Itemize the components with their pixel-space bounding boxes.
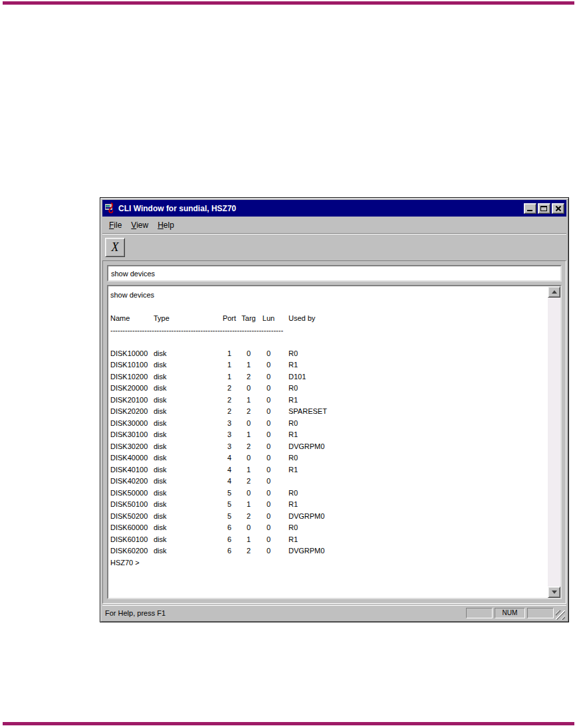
port-cell: 4	[220, 464, 239, 476]
menu-file[interactable]: File	[104, 219, 126, 232]
port-cell: 4	[220, 452, 239, 464]
port-cell: 6	[220, 534, 239, 546]
lun-cell: 0	[259, 545, 279, 557]
used-by-cell: R0	[288, 488, 545, 500]
device-name-cell: DISK20200	[110, 406, 154, 418]
lun-cell: 0	[259, 418, 279, 430]
command-input[interactable]	[107, 265, 562, 282]
lun-cell: 0	[259, 499, 279, 511]
port-cell: 2	[220, 383, 239, 395]
blank-line	[110, 336, 545, 348]
col-used-by: Used by	[288, 313, 545, 325]
used-by-cell: R1	[288, 359, 545, 371]
clear-screen-button[interactable]: X	[105, 238, 125, 257]
lun-cell: 0	[259, 429, 279, 441]
port-cell: 1	[220, 371, 239, 383]
device-name-cell: DISK10100	[110, 359, 154, 371]
col-type: Type	[154, 313, 220, 325]
scroll-down-button[interactable]	[548, 587, 560, 598]
minimize-icon	[527, 210, 532, 211]
terminal-row: DISK10200 disk 1 2 0 D101	[110, 371, 545, 383]
menu-view[interactable]: View	[126, 219, 153, 232]
device-type-cell: disk	[154, 418, 220, 430]
targ-cell: 2	[239, 441, 259, 453]
minimize-button[interactable]	[524, 203, 536, 214]
port-cell: 5	[220, 511, 239, 523]
arrow-up-icon	[552, 290, 557, 294]
terminal-row: DISK40200 disk 4 2 0	[110, 476, 545, 488]
lun-cell: 0	[259, 476, 279, 488]
targ-cell: 0	[239, 348, 259, 360]
cli-window: CLI Window for sundial, HSZ70 File View …	[100, 197, 569, 622]
targ-cell: 0	[239, 452, 259, 464]
terminal-row: DISK50200 disk 5 2 0 DVGRPM0	[110, 511, 545, 523]
device-type-cell: disk	[154, 395, 220, 407]
used-by-cell: R0	[288, 522, 545, 534]
targ-cell: 1	[239, 534, 259, 546]
port-cell: 3	[220, 429, 239, 441]
client-area: show devices Name Type Port Targ Lun Use…	[102, 260, 566, 604]
device-type-cell: disk	[154, 464, 220, 476]
targ-cell: 1	[239, 499, 259, 511]
toolbar: X	[102, 233, 566, 260]
command-echo: show devices	[110, 290, 545, 302]
lun-cell: 0	[259, 371, 279, 383]
terminal-row: DISK10000 disk 1 0 0 R0	[110, 348, 545, 360]
device-name-cell: DISK20000	[110, 383, 154, 395]
device-type-cell: disk	[154, 429, 220, 441]
menu-help[interactable]: Help	[153, 219, 179, 232]
terminal-output: show devices Name Type Port Targ Lun Use…	[107, 285, 562, 599]
targ-cell: 0	[239, 418, 259, 430]
resize-grip[interactable]	[556, 610, 565, 620]
device-name-cell: DISK50000	[110, 488, 154, 500]
vertical-scrollbar[interactable]	[548, 286, 560, 598]
cli-prompt: HSZ70 >	[110, 557, 545, 569]
port-cell: 4	[220, 476, 239, 488]
targ-cell: 0	[239, 522, 259, 534]
device-name-cell: DISK60100	[110, 534, 154, 546]
device-name-cell: DISK60000	[110, 522, 154, 534]
lun-cell: 0	[259, 534, 279, 546]
scroll-up-button[interactable]	[548, 286, 560, 298]
used-by-cell: SPARESET	[288, 406, 545, 418]
close-button[interactable]	[552, 203, 564, 214]
page-top-rule	[3, 1, 574, 5]
status-panel-caps	[466, 608, 493, 618]
lun-cell: 0	[259, 383, 279, 395]
used-by-cell: R0	[288, 348, 545, 360]
lun-cell: 0	[259, 359, 279, 371]
device-name-cell: DISK30000	[110, 418, 154, 430]
menu-bar: File View Help	[102, 217, 566, 233]
used-by-cell: R1	[288, 464, 545, 476]
device-type-cell: disk	[154, 488, 220, 500]
maximize-button[interactable]	[538, 203, 550, 214]
device-name-cell: DISK30200	[110, 441, 154, 453]
col-lun: Lun	[259, 313, 279, 325]
targ-cell: 1	[239, 464, 259, 476]
device-type-cell: disk	[154, 359, 220, 371]
used-by-cell: R0	[288, 383, 545, 395]
targ-cell: 1	[239, 359, 259, 371]
port-cell: 1	[220, 348, 239, 360]
device-name-cell: DISK60200	[110, 545, 154, 557]
device-type-cell: disk	[154, 406, 220, 418]
terminal-row: DISK10100 disk 1 1 0 R1	[110, 359, 545, 371]
separator-line: ----------------------------------------…	[110, 325, 545, 337]
status-bar: For Help, press F1 NUM	[102, 605, 566, 620]
device-list: DISK10000 disk 1 0 0 R0 DISK10100 disk 1…	[110, 348, 545, 557]
device-name-cell: DISK10200	[110, 371, 154, 383]
arrow-down-icon	[552, 591, 557, 594]
terminal-row: DISK20000 disk 2 0 0 R0	[110, 383, 545, 395]
title-bar[interactable]: CLI Window for sundial, HSZ70	[102, 200, 566, 217]
blank-line	[110, 302, 545, 314]
device-type-cell: disk	[154, 545, 220, 557]
used-by-cell	[288, 476, 545, 488]
terminal-row: DISK30000 disk 3 0 0 R0	[110, 418, 545, 430]
used-by-cell: R1	[288, 534, 545, 546]
terminal-row: DISK30200 disk 3 2 0 DVGRPM0	[110, 441, 545, 453]
terminal-row: DISK60000 disk 6 0 0 R0	[110, 522, 545, 534]
col-name: Name	[110, 313, 154, 325]
lun-cell: 0	[259, 464, 279, 476]
page-bottom-rule	[3, 722, 574, 725]
used-by-cell: R0	[288, 418, 545, 430]
